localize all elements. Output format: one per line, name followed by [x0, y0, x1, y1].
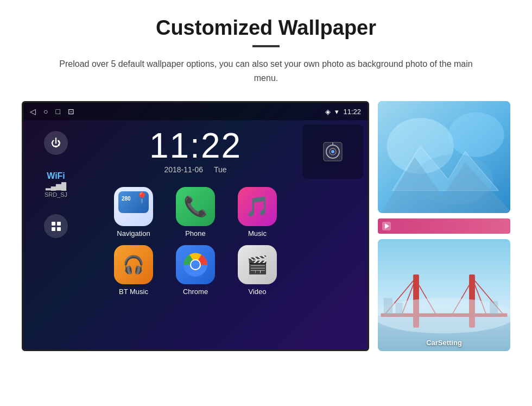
svg-rect-30 — [384, 298, 392, 316]
app-chrome[interactable]: Chrome — [168, 245, 223, 296]
svg-point-8 — [331, 150, 334, 153]
screen-main: ⏻ WiFi ▂▄▆█ SRD_SJ — [23, 120, 368, 348]
phone-icon-img: 📞 — [176, 187, 215, 226]
wallpaper-thumb-bridge[interactable]: CarSetting — [378, 239, 510, 351]
chrome-svg — [182, 252, 208, 278]
svg-rect-31 — [396, 303, 403, 316]
apps-grid-icon — [48, 218, 64, 234]
recents-icon[interactable]: □ — [55, 107, 60, 116]
clock-date: 2018-11-06 Tue — [164, 165, 226, 174]
status-time: 11:22 — [343, 108, 361, 116]
svg-rect-32 — [490, 301, 498, 316]
video-icon-img: 🎬 — [238, 245, 277, 284]
chrome-icon-img — [176, 245, 215, 284]
power-button[interactable]: ⏻ — [44, 131, 68, 155]
home-icon[interactable]: ○ — [43, 107, 48, 116]
app-music[interactable]: 🎵 Music — [230, 187, 284, 238]
wifi-info: WiFi ▂▄▆█ SRD_SJ — [45, 171, 67, 198]
wifi-label: WiFi — [45, 171, 67, 181]
app-grid: 280 📍 Navigation 📞 Phone — [106, 187, 284, 296]
app-navigation[interactable]: 280 📍 Navigation — [106, 187, 161, 238]
page-description: Preload over 5 default wallpaper options… — [54, 57, 478, 85]
apps-button[interactable] — [44, 214, 68, 238]
clock-date-value: 2018-11-06 — [164, 165, 203, 174]
screen-center: 11:22 2018-11-06 Tue 280 📍 Navigation — [88, 120, 302, 348]
radio-widget[interactable] — [302, 124, 363, 179]
power-icon: ⏻ — [51, 138, 61, 149]
app-video[interactable]: 🎬 Video — [230, 245, 284, 296]
nav-buttons: ◁ ○ □ ⊡ — [30, 107, 74, 116]
clock-day-value: Tue — [214, 165, 227, 174]
music-label: Music — [248, 229, 267, 238]
svg-point-4 — [191, 260, 200, 269]
bridge-svg — [378, 239, 510, 351]
wifi-bars: ▂▄▆█ — [45, 182, 67, 190]
bt-music-label: BT Music — [119, 288, 148, 296]
wifi-icon: ▾ — [335, 108, 339, 116]
wallpaper-thumbs: CarSetting — [378, 101, 510, 351]
ice-visual — [378, 101, 510, 213]
phone-icon: 📞 — [183, 195, 208, 218]
status-bar: ◁ ○ □ ⊡ ◈ ▾ 11:22 — [23, 103, 368, 120]
bluetooth-icon: 🎧 — [123, 254, 144, 275]
android-screen: ◁ ○ □ ⊡ ◈ ▾ 11:22 ⏻ WiFi ▂▄▆█ SR — [22, 101, 369, 351]
video-label: Video — [248, 288, 266, 296]
ice-svg — [378, 101, 510, 213]
back-icon[interactable]: ◁ — [30, 107, 36, 116]
music-icon-img: 🎵 — [238, 187, 277, 226]
page-title: Customized Wallpaper — [156, 16, 376, 40]
carsetting-label: CarSetting — [378, 339, 510, 347]
title-divider — [252, 45, 280, 47]
screen-right — [302, 120, 368, 348]
navigation-label: Navigation — [117, 229, 150, 238]
bt-icon-img: 🎧 — [114, 245, 153, 284]
clock-display: 11:22 — [149, 128, 242, 163]
media-bar — [378, 218, 510, 234]
svg-point-12 — [448, 113, 504, 157]
video-icon: 🎬 — [246, 254, 268, 275]
screenshot-icon[interactable]: ⊡ — [68, 107, 74, 116]
media-icon — [382, 222, 391, 230]
location-icon: ◈ — [325, 108, 331, 116]
status-indicators: ◈ ▾ 11:22 — [325, 108, 361, 116]
music-icon: 🎵 — [245, 195, 270, 218]
app-phone[interactable]: 📞 Phone — [168, 187, 223, 238]
radio-icon — [319, 138, 346, 165]
chrome-label: Chrome — [183, 288, 208, 296]
nav-marker-icon: 📍 — [135, 191, 149, 204]
navigation-icon-img: 280 📍 — [114, 187, 153, 226]
wallpaper-thumb-ice[interactable] — [378, 101, 510, 213]
phone-label: Phone — [185, 229, 206, 238]
wifi-network: SRD_SJ — [45, 191, 67, 198]
screen-sidebar: ⏻ WiFi ▂▄▆█ SRD_SJ — [23, 120, 88, 348]
app-bt-music[interactable]: 🎧 BT Music — [106, 245, 161, 296]
nav-280-label: 280 — [122, 196, 131, 202]
main-content: ◁ ○ □ ⊡ ◈ ▾ 11:22 ⏻ WiFi ▂▄▆█ SR — [22, 101, 510, 351]
